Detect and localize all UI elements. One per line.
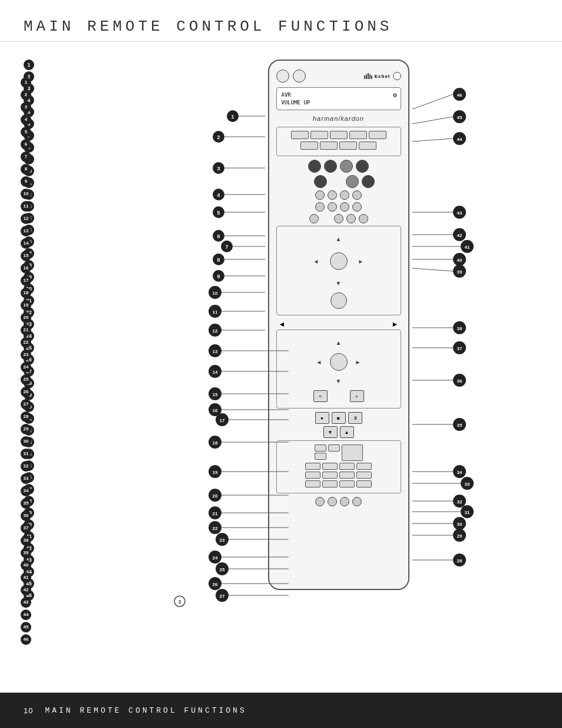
main-content: 1234567891011121314151617181920212223242… (0, 42, 562, 699)
source-btn-4[interactable] (349, 131, 367, 139)
btn-surround[interactable] (340, 160, 353, 173)
tuner-ok[interactable] (330, 353, 348, 371)
btn-rewind[interactable]: « (313, 390, 328, 402)
btn-down-arr[interactable]: ▼ (323, 426, 338, 438)
left-number-1: 1 (24, 60, 34, 70)
tuner-left[interactable]: ◄ (316, 359, 322, 365)
bottom-btn-4[interactable] (352, 497, 362, 506)
bottom-btn-3[interactable] (340, 497, 349, 506)
btn-prev[interactable] (315, 190, 325, 200)
tuner-right[interactable]: ► (355, 359, 361, 365)
num-btn-12[interactable] (356, 480, 372, 487)
page-title: MAIN REMOTE CONTROL FUNCTIONS (24, 18, 538, 35)
footer-title: MAIN REMOTE CONTROL FUNCTIONS (45, 706, 246, 715)
display-settings-icon: ⚙ (393, 91, 397, 99)
display-line2: VOLUME UP (282, 99, 396, 107)
source-btn-1[interactable] (291, 131, 309, 139)
num-btn-10[interactable] (322, 480, 338, 487)
source-btn-8[interactable] (339, 141, 357, 150)
source-btn-3[interactable] (330, 131, 348, 139)
source-btn-7[interactable] (320, 141, 338, 150)
num-btn-1[interactable] (305, 463, 320, 470)
source-btn-9[interactable] (359, 141, 376, 150)
remote-wrapper: EzSet AVR VOLUME UP ⚙ harman/kardon (191, 60, 415, 687)
left-num-11: 11 (21, 200, 34, 212)
num-btn-3[interactable] (339, 463, 355, 470)
source-btn-2[interactable] (310, 131, 328, 139)
h-arrow-left[interactable]: ◄ (279, 320, 286, 328)
nav-up[interactable]: ▲ (336, 236, 342, 242)
btn-center[interactable] (346, 175, 359, 188)
btn-pause[interactable]: ⏸ (348, 412, 362, 424)
remote-area: EzSet AVR VOLUME UP ⚙ harman/kardon (56, 54, 550, 687)
num-btn-8[interactable] (356, 472, 372, 479)
source-btn-6[interactable] (300, 141, 318, 150)
grid-btn-3[interactable] (328, 444, 340, 452)
button-power[interactable] (276, 70, 289, 83)
left-num-16: 16 (21, 262, 34, 274)
dial-section: ▲ ◄ ► ▼ « » (276, 330, 401, 409)
control-row-5 (276, 214, 401, 223)
tuner-down[interactable]: ▼ (336, 378, 342, 384)
btn-stop[interactable]: ■ (332, 412, 346, 424)
btn-vol-down[interactable] (324, 160, 337, 173)
button-source[interactable] (293, 70, 306, 83)
btn-record[interactable]: ● (315, 412, 329, 424)
nav-left[interactable]: ◄ (313, 258, 319, 265)
num-btn-7[interactable] (339, 472, 355, 479)
btn-ff[interactable]: » (350, 390, 364, 402)
nav-right[interactable]: ► (358, 258, 364, 265)
left-num-3: 3 (21, 101, 34, 113)
remote-top-section: EzSet (276, 70, 401, 83)
grid-btn-4[interactable] (342, 444, 363, 461)
btn-4-2[interactable] (328, 202, 337, 212)
grid-row-1 (280, 444, 397, 461)
left-num-8: 8 (21, 163, 34, 174)
numpad-row-1 (280, 463, 397, 470)
num-btn-6[interactable] (322, 472, 338, 479)
left-num-21: 21 (21, 324, 34, 335)
h-arrow-right[interactable]: ► (392, 320, 399, 328)
bottom-btn-1[interactable] (315, 497, 325, 506)
btn-next[interactable] (328, 190, 337, 200)
num-btn-4[interactable] (356, 463, 372, 470)
btn-select[interactable] (330, 292, 347, 309)
nav-down[interactable]: ▼ (336, 280, 342, 286)
left-num-39: 39 (21, 547, 34, 558)
btn-4-4[interactable] (352, 202, 362, 212)
btn-5-1[interactable] (309, 214, 319, 223)
num-btn-2[interactable] (322, 463, 338, 470)
btn-menu[interactable] (352, 190, 362, 200)
btn-info[interactable] (340, 190, 349, 200)
source-btn-5[interactable] (369, 131, 386, 139)
num-btn-5[interactable] (305, 472, 320, 479)
source-row-2 (280, 141, 397, 150)
left-num-1: 1 (21, 77, 34, 88)
num-btn-9[interactable] (305, 480, 320, 487)
btn-mute[interactable] (308, 160, 321, 173)
ezset-circle-btn[interactable] (393, 72, 401, 80)
nav-cross: ▲ ◄ ► ▼ (312, 235, 365, 288)
btn-ch-down[interactable] (314, 175, 327, 188)
grid-btn-2[interactable] (315, 453, 326, 460)
updown-row: ▼ ▲ (276, 426, 401, 438)
tuner-up[interactable]: ▲ (336, 340, 342, 346)
btn-vol-up[interactable] (356, 160, 369, 173)
left-num-2: 2 (21, 89, 34, 100)
btn-ch-up[interactable] (362, 175, 375, 188)
left-num-35: 35 (21, 498, 34, 509)
btn-up-arr[interactable]: ▲ (340, 426, 354, 438)
left-num-46: 46 (21, 634, 34, 645)
grid-btn-1[interactable] (315, 444, 326, 452)
bottom-btn-2[interactable] (328, 497, 337, 506)
btn-4-1[interactable] (315, 202, 325, 212)
left-num-30: 30 (21, 436, 34, 447)
left-num-14: 14 (21, 238, 34, 249)
left-num-29: 29 (21, 423, 34, 434)
btn-5-4[interactable] (359, 214, 368, 223)
btn-5-3[interactable] (346, 214, 356, 223)
btn-5-2[interactable] (334, 214, 343, 223)
btn-4-3[interactable] (340, 202, 349, 212)
num-btn-11[interactable] (339, 480, 355, 487)
nav-ok[interactable] (330, 252, 348, 270)
